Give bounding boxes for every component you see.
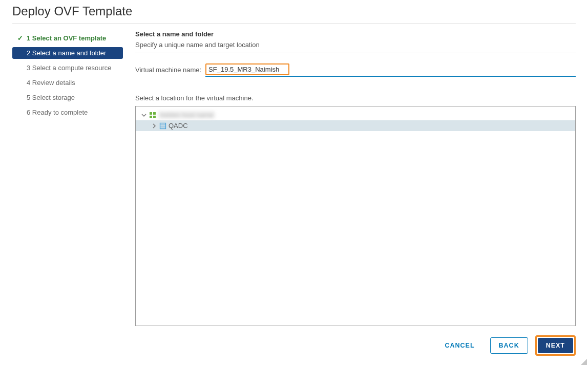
section-title: Select a name and folder (135, 30, 576, 38)
step-label: 3 Select a compute resource (27, 64, 111, 72)
step-label: 6 Ready to complete (27, 109, 88, 116)
main-panel: Select a name and folder Specify a uniqu… (135, 30, 576, 326)
tree-label: Select a location for the virtual machin… (135, 94, 576, 102)
section-divider (135, 53, 576, 53)
svg-rect-0 (150, 112, 152, 115)
tree-datacenter-label: QADC (169, 122, 188, 130)
step-label: 2 Select a name and folder (27, 49, 106, 57)
wizard-steps: ✓ 1 Select an OVF template 2 Select a na… (12, 30, 123, 326)
vm-name-row: Virtual machine name: (135, 62, 576, 77)
step-5[interactable]: 5 Select storage (12, 92, 123, 103)
svg-rect-3 (153, 116, 156, 118)
step-1[interactable]: ✓ 1 Select an OVF template (12, 32, 123, 44)
chevron-right-icon[interactable] (151, 123, 157, 129)
datacenter-icon (159, 122, 166, 130)
step-label: 5 Select storage (27, 94, 75, 101)
step-label: 1 Select an OVF template (27, 34, 106, 42)
next-button-highlight: NEXT (535, 335, 576, 356)
vm-name-highlight (205, 63, 289, 75)
step-4[interactable]: 4 Review details (12, 77, 123, 89)
resize-handle-icon[interactable] (581, 359, 587, 365)
vcenter-icon (149, 112, 156, 119)
location-tree[interactable]: hidden host name QADC (135, 106, 576, 326)
svg-rect-4 (160, 123, 166, 128)
tree-root-row[interactable]: hidden host name (136, 110, 575, 120)
tree-root-label: hidden host name (158, 111, 215, 119)
vm-name-input[interactable] (206, 64, 288, 74)
svg-rect-1 (153, 112, 156, 115)
check-icon: ✓ (16, 34, 24, 42)
back-button[interactable]: BACK (490, 337, 528, 354)
page-title: Deploy OVF Template (12, 4, 576, 20)
step-label: 4 Review details (27, 79, 75, 87)
step-2[interactable]: 2 Select a name and folder (12, 47, 123, 59)
step-6[interactable]: 6 Ready to complete (12, 106, 123, 118)
next-button[interactable]: NEXT (538, 338, 573, 353)
section-description: Specify a unique name and target locatio… (135, 41, 576, 49)
cancel-button[interactable]: CANCEL (436, 338, 482, 353)
svg-rect-2 (150, 116, 152, 118)
tree-datacenter-row[interactable]: QADC (136, 120, 575, 131)
chevron-down-icon[interactable] (141, 112, 147, 118)
step-3[interactable]: 3 Select a compute resource (12, 62, 123, 74)
wizard-footer: CANCEL BACK NEXT (436, 335, 576, 356)
vm-name-label: Virtual machine name: (135, 66, 201, 74)
title-divider (12, 24, 576, 24)
